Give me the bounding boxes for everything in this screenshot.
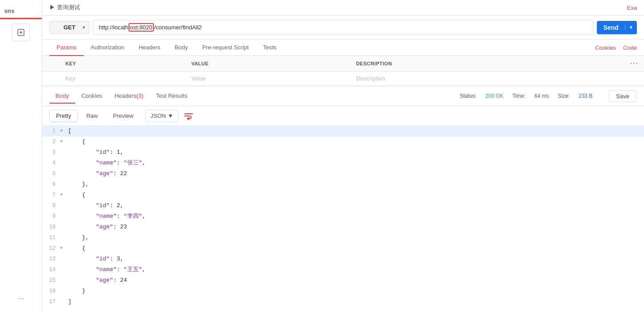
fold-arrow-12[interactable]: ▼ — [60, 244, 66, 253]
line-number-2: 2 — [42, 137, 60, 147]
send-button-label: Send — [597, 24, 625, 31]
code-line-15: 15 "age": 24 — [42, 275, 644, 286]
code-content-17: ] — [66, 297, 644, 307]
code-content-5: "age": 22 — [66, 169, 644, 179]
code-content-8: "id": 2, — [66, 201, 644, 211]
col-key: KEY — [60, 56, 186, 72]
cookies-link[interactable]: Cookies — [595, 44, 616, 51]
method-select-wrapper: GET POST PUT DELETE PATCH — [49, 21, 89, 34]
col-desc: DESCRIPTION — [351, 56, 625, 72]
code-content-15: "age": 24 — [66, 276, 644, 285]
code-content-11: }, — [66, 233, 644, 243]
response-tab-headers[interactable]: Headers(3) — [109, 89, 150, 104]
line-number-8: 8 — [42, 201, 60, 211]
top-bar-right-label: Exa — [627, 4, 637, 11]
tab-body[interactable]: Body — [168, 40, 195, 56]
code-content-4: "name": "张三", — [66, 158, 644, 168]
code-line-8: 8 "id": 2, — [42, 200, 644, 211]
row-actions-empty — [625, 72, 644, 86]
fold-arrow-1[interactable]: ▼ — [60, 126, 66, 136]
left-sidebar: ons ··· — [0, 0, 42, 312]
row-checkbox-empty — [42, 72, 60, 86]
col-actions: ··· — [625, 56, 644, 72]
time-value: 64 ms — [535, 93, 549, 99]
params-empty-row: Key Value Description — [42, 72, 644, 86]
url-prefix: http://localh — [99, 24, 129, 31]
col-checkbox — [42, 56, 60, 72]
key-input-empty[interactable]: Key — [60, 72, 186, 86]
code-line-9: 9 "name": "李四", — [42, 211, 644, 222]
col-value: VALUE — [186, 56, 351, 72]
code-line-3: 3 "id": 1, — [42, 147, 644, 158]
line-number-16: 16 — [42, 286, 60, 296]
tab-authorization[interactable]: Authorization — [84, 40, 132, 56]
status-label: Status: — [460, 93, 476, 99]
code-content-16: } — [66, 286, 644, 296]
response-tab-test-results[interactable]: Test Results — [150, 89, 194, 104]
response-tab-body[interactable]: Body — [49, 89, 75, 104]
code-line-10: 10 "age": 23 — [42, 222, 644, 232]
json-format-wrapper: JSON ▼ — [145, 110, 178, 122]
code-line-17: 17] — [42, 296, 644, 307]
size-value: 233 B — [579, 93, 592, 99]
line-number-12: 12 — [42, 244, 60, 253]
code-line-7: 7▼ { — [42, 190, 644, 200]
line-number-6: 6 — [42, 180, 60, 189]
tabs-right-area: Cookies Code — [595, 44, 637, 51]
url-input-display[interactable]: http://localhost:8020/consumer/findAll2 — [93, 20, 593, 35]
preview-button[interactable]: Preview — [106, 110, 140, 122]
code-line-6: 6 }, — [42, 179, 644, 190]
line-number-7: 7 — [42, 190, 60, 200]
params-section: KEY VALUE DESCRIPTION ··· Key Value Desc… — [42, 56, 644, 86]
main-content: ▶ 查询测试 Exa GET POST PUT DELETE PATCH htt… — [42, 0, 644, 312]
code-content-10: "age": 23 — [66, 222, 644, 232]
table-more-icon[interactable]: ··· — [630, 60, 639, 67]
code-line-14: 14 "name": "王五", — [42, 264, 644, 275]
fold-arrow-7[interactable]: ▼ — [60, 190, 66, 200]
code-line-4: 4 "name": "张三", — [42, 158, 644, 168]
request-bar: GET POST PUT DELETE PATCH http://localho… — [42, 16, 644, 40]
save-button[interactable]: Save — [608, 90, 637, 102]
code-line-13: 13 "id": 3, — [42, 254, 644, 264]
code-link[interactable]: Code — [623, 44, 637, 51]
code-content-3: "id": 1, — [66, 148, 644, 157]
code-line-12: 12▼ { — [42, 243, 644, 254]
code-panel: 1▼[2▼ {3 "id": 1,4 "name": "张三",5 "age":… — [42, 126, 644, 312]
new-tab-button[interactable] — [12, 24, 30, 41]
line-number-5: 5 — [42, 169, 60, 179]
json-dropdown-arrow: ▼ — [168, 112, 173, 119]
send-dropdown-arrow[interactable]: ▼ — [625, 25, 637, 30]
url-highlight: ost:8020 — [129, 23, 154, 32]
size-label: Size: — [558, 93, 570, 99]
send-button[interactable]: Send ▼ — [597, 21, 637, 34]
code-line-16: 16 } — [42, 286, 644, 296]
code-line-2: 2▼ { — [42, 136, 644, 147]
request-tabs-bar: Params Authorization Headers Body Pre-re… — [42, 40, 644, 56]
status-value: 200 OK — [485, 93, 503, 99]
json-label: JSON — [150, 112, 166, 119]
line-number-1: 1 — [42, 126, 60, 136]
method-select[interactable]: GET POST PUT DELETE PATCH — [49, 21, 89, 34]
sidebar-collection-label: ons — [0, 4, 42, 19]
format-bar: Pretty Raw Preview JSON ▼ — [42, 106, 644, 126]
fold-arrow-2[interactable]: ▼ — [60, 137, 66, 147]
tab-headers[interactable]: Headers — [132, 40, 168, 56]
tab-params[interactable]: Params — [49, 40, 84, 56]
wrap-icon[interactable] — [184, 112, 193, 120]
response-section: Body Cookies Headers(3) Test Results Sta… — [42, 86, 644, 312]
line-number-13: 13 — [42, 254, 60, 264]
raw-button[interactable]: Raw — [80, 110, 105, 122]
tab-tests[interactable]: Tests — [256, 40, 283, 56]
pretty-button[interactable]: Pretty — [49, 110, 78, 122]
desc-input-empty[interactable]: Description — [351, 72, 625, 86]
response-tab-cookies[interactable]: Cookies — [75, 89, 109, 104]
json-format-button[interactable]: JSON ▼ — [145, 110, 178, 122]
line-number-11: 11 — [42, 233, 60, 243]
top-bar: ▶ 查询测试 Exa — [42, 0, 644, 16]
value-input-empty[interactable]: Value — [186, 72, 351, 86]
tab-pre-request[interactable]: Pre-request Script — [195, 40, 256, 56]
code-content-14: "name": "王五", — [66, 265, 644, 275]
line-number-3: 3 — [42, 148, 60, 157]
sidebar-more-button[interactable]: ··· — [17, 294, 24, 303]
code-content-1: [ — [66, 126, 644, 136]
